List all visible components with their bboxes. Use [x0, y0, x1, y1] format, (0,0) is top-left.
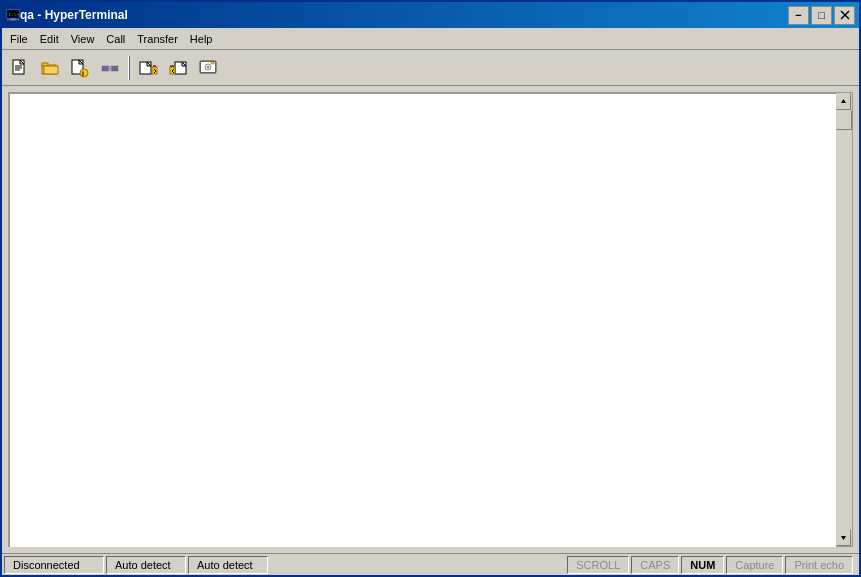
connection-status: Disconnected: [4, 556, 104, 574]
svg-rect-20: [111, 66, 118, 71]
maximize-button[interactable]: □: [811, 6, 832, 25]
menu-view[interactable]: View: [65, 31, 101, 47]
svg-marker-37: [841, 99, 846, 103]
open-button[interactable]: [36, 54, 64, 82]
svg-text:i: i: [82, 70, 84, 77]
new-button[interactable]: [6, 54, 34, 82]
svg-rect-19: [102, 66, 109, 71]
terminal-content[interactable]: [10, 94, 836, 547]
status-bar: Disconnected Auto detect Auto detect SCR…: [2, 553, 859, 575]
scrollbar-track[interactable]: [836, 110, 852, 529]
scroll-down-button[interactable]: [836, 529, 851, 546]
svg-rect-14: [44, 66, 58, 74]
send-button[interactable]: [134, 54, 162, 82]
terminal-window[interactable]: [8, 92, 836, 547]
auto-detect-2: Auto detect: [188, 556, 268, 574]
receive-button[interactable]: [164, 54, 192, 82]
svg-text:C:\>: C:\>: [9, 12, 20, 17]
toolbar: i: [2, 50, 859, 86]
menu-transfer[interactable]: Transfer: [131, 31, 184, 47]
disconnect-button[interactable]: [96, 54, 124, 82]
terminal-area: [2, 86, 859, 553]
menu-call[interactable]: Call: [100, 31, 131, 47]
menu-file[interactable]: File: [4, 31, 34, 47]
svg-rect-3: [10, 19, 15, 21]
menu-edit[interactable]: Edit: [34, 31, 65, 47]
auto-detect-1: Auto detect: [106, 556, 186, 574]
echo-indicator: Print echo: [785, 556, 853, 574]
properties-button[interactable]: i: [66, 54, 94, 82]
vertical-scrollbar[interactable]: [836, 92, 853, 547]
caps-indicator: CAPS: [631, 556, 679, 574]
svg-marker-38: [841, 536, 846, 540]
toolbar-separator-1: [128, 56, 130, 80]
scrollbar-thumb[interactable]: [836, 110, 852, 130]
num-indicator: NUM: [681, 556, 724, 574]
capture-button[interactable]: [194, 54, 222, 82]
svg-point-35: [207, 65, 210, 68]
scroll-up-button[interactable]: [836, 93, 851, 110]
title-bar: C:\> qa - HyperTerminal − □: [2, 2, 859, 28]
scroll-indicator: SCROLL: [567, 556, 629, 574]
menu-bar: File Edit View Call Transfer Help: [2, 28, 859, 50]
close-button[interactable]: [834, 6, 855, 25]
main-window: C:\> qa - HyperTerminal − □ File Edit Vi…: [0, 0, 861, 577]
svg-rect-36: [211, 62, 214, 64]
capture-indicator: Capture: [726, 556, 783, 574]
window-title: qa - HyperTerminal: [20, 8, 788, 22]
minimize-button[interactable]: −: [788, 6, 809, 25]
menu-help[interactable]: Help: [184, 31, 219, 47]
window-controls: − □: [788, 6, 855, 25]
terminal-icon: C:\>: [6, 8, 20, 22]
